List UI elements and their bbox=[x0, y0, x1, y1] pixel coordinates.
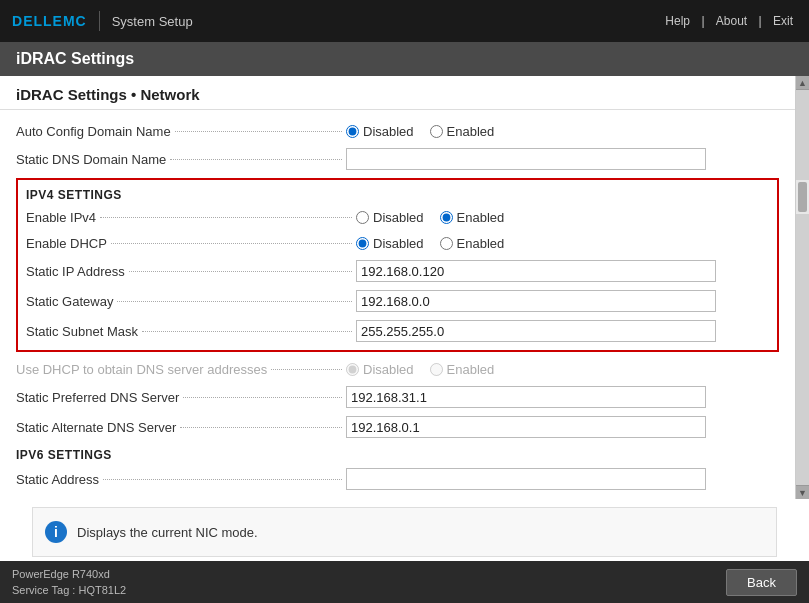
dots bbox=[180, 427, 342, 428]
use-dhcp-dns-enabled-radio[interactable] bbox=[430, 363, 443, 376]
auto-config-value: Disabled Enabled bbox=[346, 124, 779, 139]
scroll-down-arrow[interactable]: ▼ bbox=[796, 485, 809, 499]
static-subnet-row: Static Subnet Mask bbox=[26, 316, 769, 346]
main-scroll-area: iDRAC Settings • Network Auto Config Dom… bbox=[0, 76, 795, 499]
auto-config-enabled-label: Enabled bbox=[447, 124, 495, 139]
static-ip-input[interactable] bbox=[356, 260, 716, 282]
use-dhcp-dns-radio-group: Disabled Enabled bbox=[346, 362, 494, 377]
bottom-bar: PowerEdge R740xd Service Tag : HQT81L2 B… bbox=[0, 561, 809, 603]
static-gateway-input[interactable] bbox=[356, 290, 716, 312]
static-gateway-row: Static Gateway bbox=[26, 286, 769, 316]
auto-config-disabled-radio[interactable] bbox=[346, 125, 359, 138]
static-preferred-dns-value bbox=[346, 386, 779, 408]
static-subnet-label: Static Subnet Mask bbox=[26, 324, 356, 339]
static-address-input[interactable] bbox=[346, 468, 706, 490]
enable-dhcp-disabled-option[interactable]: Disabled bbox=[356, 236, 424, 251]
header: DELLEMC System Setup Help | About | Exit bbox=[0, 0, 809, 42]
brand-logo: DELLEMC bbox=[12, 13, 87, 29]
dots bbox=[142, 331, 352, 332]
header-left: DELLEMC System Setup bbox=[12, 11, 193, 31]
dots bbox=[111, 243, 352, 244]
static-ip-value bbox=[356, 260, 769, 282]
service-tag-label: Service Tag : bbox=[12, 584, 75, 596]
auto-config-label: Auto Config Domain Name bbox=[16, 124, 346, 139]
auto-config-radio-group: Disabled Enabled bbox=[346, 124, 494, 139]
auto-config-enabled-option[interactable]: Enabled bbox=[430, 124, 495, 139]
enable-dhcp-enabled-radio[interactable] bbox=[440, 237, 453, 250]
enable-ipv4-enabled-radio[interactable] bbox=[440, 211, 453, 224]
static-dns-domain-value bbox=[346, 148, 779, 170]
exit-link[interactable]: Exit bbox=[773, 14, 793, 28]
static-preferred-dns-row: Static Preferred DNS Server bbox=[16, 382, 779, 412]
enable-ipv4-enabled-option[interactable]: Enabled bbox=[440, 210, 505, 225]
static-alternate-dns-input[interactable] bbox=[346, 416, 706, 438]
use-dhcp-dns-label: Use DHCP to obtain DNS server addresses bbox=[16, 362, 346, 377]
static-address-row: Static Address bbox=[16, 464, 779, 494]
nav-sep2: | bbox=[759, 14, 765, 28]
static-address-value bbox=[346, 468, 779, 490]
header-nav: Help | About | Exit bbox=[661, 14, 797, 28]
dots bbox=[170, 159, 342, 160]
static-gateway-label: Static Gateway bbox=[26, 294, 356, 309]
dots bbox=[271, 369, 342, 370]
dots bbox=[117, 301, 352, 302]
enable-ipv4-disabled-label: Disabled bbox=[373, 210, 424, 225]
brand-emc: EMC bbox=[53, 13, 87, 29]
auto-config-disabled-option[interactable]: Disabled bbox=[346, 124, 414, 139]
system-setup-label: System Setup bbox=[112, 14, 193, 29]
info-area: i Displays the current NIC mode. bbox=[0, 499, 809, 565]
static-dns-domain-label: Static DNS Domain Name bbox=[16, 152, 346, 167]
use-dhcp-dns-disabled-radio[interactable] bbox=[346, 363, 359, 376]
dots bbox=[175, 131, 342, 132]
static-alternate-dns-label: Static Alternate DNS Server bbox=[16, 420, 346, 435]
use-dhcp-dns-enabled-option[interactable]: Enabled bbox=[430, 362, 495, 377]
auto-config-disabled-label: Disabled bbox=[363, 124, 414, 139]
static-dns-domain-input[interactable] bbox=[346, 148, 706, 170]
static-alternate-dns-row: Static Alternate DNS Server bbox=[16, 412, 779, 442]
enable-ipv4-label: Enable IPv4 bbox=[26, 210, 356, 225]
ipv6-title: IPV6 SETTINGS bbox=[16, 442, 779, 464]
help-link[interactable]: Help bbox=[665, 14, 690, 28]
about-link[interactable]: About bbox=[716, 14, 747, 28]
dots bbox=[103, 479, 342, 480]
enable-ipv4-radio-group: Disabled Enabled bbox=[356, 210, 504, 225]
enable-ipv4-value: Disabled Enabled bbox=[356, 210, 769, 225]
use-dhcp-dns-disabled-label: Disabled bbox=[363, 362, 414, 377]
brand-dell: D bbox=[12, 13, 23, 29]
static-alternate-dns-value bbox=[346, 416, 779, 438]
dots bbox=[100, 217, 352, 218]
static-preferred-dns-label: Static Preferred DNS Server bbox=[16, 390, 346, 405]
model-label: PowerEdge R740xd bbox=[12, 566, 126, 583]
page-title: iDRAC Settings bbox=[0, 42, 809, 76]
header-divider bbox=[99, 11, 100, 31]
enable-dhcp-enabled-label: Enabled bbox=[457, 236, 505, 251]
enable-dhcp-row: Enable DHCP Disabled Enabled bbox=[26, 230, 769, 256]
dots bbox=[183, 397, 342, 398]
nav-sep1: | bbox=[701, 14, 707, 28]
use-dhcp-dns-value: Disabled Enabled bbox=[346, 362, 779, 377]
ipv4-title: IPV4 SETTINGS bbox=[26, 184, 769, 204]
scrollbar[interactable]: ▲ ▼ bbox=[795, 76, 809, 499]
static-preferred-dns-input[interactable] bbox=[346, 386, 706, 408]
auto-config-enabled-radio[interactable] bbox=[430, 125, 443, 138]
enable-ipv4-disabled-option[interactable]: Disabled bbox=[356, 210, 424, 225]
enable-ipv4-enabled-label: Enabled bbox=[457, 210, 505, 225]
bottom-info: PowerEdge R740xd Service Tag : HQT81L2 bbox=[12, 566, 126, 599]
enable-dhcp-enabled-option[interactable]: Enabled bbox=[440, 236, 505, 251]
enable-dhcp-radio-group: Disabled Enabled bbox=[356, 236, 504, 251]
use-dhcp-dns-disabled-option[interactable]: Disabled bbox=[346, 362, 414, 377]
static-address-label: Static Address bbox=[16, 472, 346, 487]
enable-dhcp-disabled-radio[interactable] bbox=[356, 237, 369, 250]
use-dhcp-dns-enabled-label: Enabled bbox=[447, 362, 495, 377]
ipv4-section: IPV4 SETTINGS Enable IPv4 Disabled bbox=[16, 178, 779, 352]
scroll-thumb[interactable] bbox=[798, 182, 807, 212]
enable-dhcp-disabled-label: Disabled bbox=[373, 236, 424, 251]
dots bbox=[129, 271, 352, 272]
static-subnet-input[interactable] bbox=[356, 320, 716, 342]
brand-ell: ELL bbox=[23, 13, 52, 29]
enable-ipv4-row: Enable IPv4 Disabled Enabled bbox=[26, 204, 769, 230]
info-bar: i Displays the current NIC mode. bbox=[32, 507, 777, 557]
back-button[interactable]: Back bbox=[726, 569, 797, 596]
enable-ipv4-disabled-radio[interactable] bbox=[356, 211, 369, 224]
scroll-up-arrow[interactable]: ▲ bbox=[796, 76, 809, 90]
